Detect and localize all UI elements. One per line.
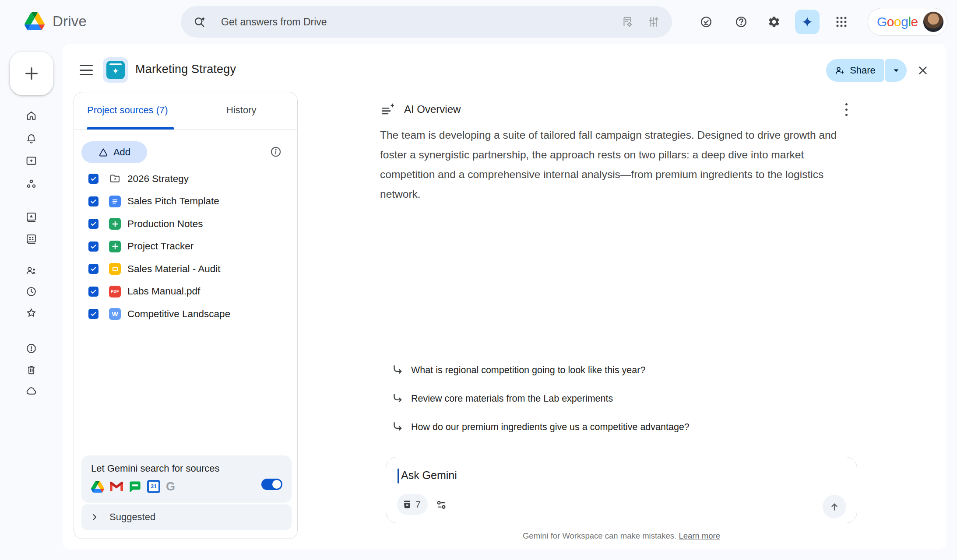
notifications-bell-icon[interactable] — [22, 130, 40, 147]
google-g-icon: G — [166, 480, 175, 493]
storage-cloud-icon[interactable] — [22, 382, 40, 399]
source-row[interactable]: Sales Material - Audit — [74, 258, 297, 280]
drive-mini-icon — [91, 481, 104, 493]
my-drive-icon[interactable] — [22, 208, 40, 226]
suggested-section[interactable]: Suggested — [81, 504, 292, 530]
project-sources-card: Project sources (7) History Add 2026 Str… — [74, 92, 298, 539]
trash-icon[interactable] — [22, 361, 40, 378]
info-icon[interactable] — [268, 144, 284, 160]
left-navigation-rail — [0, 0, 63, 560]
panel-menu-icon[interactable] — [79, 63, 94, 77]
source-row[interactable]: PDF Labs Manual.pdf — [74, 280, 297, 303]
google-wordmark: Google — [877, 14, 918, 29]
project-icon — [103, 57, 128, 83]
top-app-bar: Drive Get answers from Drive — [0, 0, 957, 44]
apps-grid-icon[interactable] — [831, 11, 852, 32]
checkbox-checked[interactable] — [88, 287, 99, 297]
recent-clock-icon[interactable] — [22, 283, 40, 300]
chevron-down-icon — [892, 66, 901, 75]
shared-drives-icon[interactable] — [22, 230, 40, 248]
checkbox-checked[interactable] — [88, 196, 99, 206]
send-button[interactable] — [823, 495, 846, 518]
drive-outline-icon — [98, 147, 109, 158]
google-sheets-icon — [109, 218, 121, 230]
source-row[interactable]: Project Tracker — [74, 235, 297, 258]
gemini-spark-button[interactable] — [795, 10, 820, 34]
checkbox-checked[interactable] — [88, 219, 99, 229]
search-placeholder: Get answers from Drive — [221, 15, 327, 28]
source-row[interactable]: W Competitive Landscape — [74, 303, 297, 326]
search-input[interactable]: Get answers from Drive — [181, 6, 672, 38]
word-doc-icon: W — [109, 308, 121, 320]
subdirectory-arrow-icon — [391, 420, 404, 434]
gemini-project-panel: Marketing Strategy Share Project sources… — [63, 44, 946, 550]
tab-bar: Project sources (7) History — [74, 92, 297, 130]
shared-with-me-icon[interactable] — [22, 262, 40, 279]
approvals-icon[interactable] — [696, 11, 717, 32]
gemini-search-label: Let Gemini search for sources — [91, 463, 219, 474]
workspace-app-icons: 31 G — [91, 480, 175, 493]
checkbox-checked[interactable] — [88, 309, 99, 319]
google-docs-icon — [109, 196, 121, 207]
subdirectory-arrow-icon — [391, 364, 404, 377]
home-icon[interactable] — [22, 107, 40, 124]
share-dropdown-button[interactable] — [885, 59, 907, 82]
ask-gemini-placeholder: Ask Gemini — [401, 469, 457, 482]
spam-icon[interactable] — [22, 340, 40, 357]
search-spark-icon[interactable] — [193, 15, 206, 28]
person-add-icon — [834, 65, 845, 76]
help-icon[interactable] — [731, 11, 752, 32]
subdirectory-arrow-icon — [391, 392, 404, 405]
pdf-icon: PDF — [109, 286, 121, 298]
workflows-icon[interactable] — [22, 175, 40, 192]
source-row[interactable]: 2026 Strategy — [74, 168, 297, 190]
panel-title: Marketing Strategy — [135, 63, 236, 76]
text-caret — [398, 469, 399, 483]
checkbox-checked[interactable] — [88, 242, 99, 252]
source-list: 2026 Strategy Sales Pitch Template Produ… — [74, 168, 297, 326]
avatar[interactable] — [923, 11, 944, 32]
source-row[interactable]: Sales Pitch Template — [74, 190, 297, 213]
search-filters-icon[interactable] — [647, 16, 660, 28]
gemini-search-sources-box: Let Gemini search for sources 31 G — [81, 455, 292, 503]
gemini-search-toggle-on[interactable] — [261, 479, 282, 490]
ask-gemini-input[interactable]: Ask Gemini 7 — [386, 457, 857, 523]
suggestion-item[interactable]: How do our premium ingredients give us a… — [391, 420, 690, 434]
settings-gear-icon[interactable] — [763, 11, 785, 32]
new-button[interactable] — [10, 52, 53, 95]
tab-history[interactable]: History — [226, 105, 256, 116]
sources-box-icon — [402, 500, 412, 509]
chevron-right-icon — [89, 512, 100, 522]
overview-more-menu-icon[interactable] — [837, 101, 855, 118]
share-button[interactable]: Share — [826, 59, 884, 82]
add-source-button[interactable]: Add — [81, 141, 147, 163]
close-icon — [917, 64, 929, 77]
google-slides-icon — [109, 263, 121, 275]
starred-icon[interactable] — [22, 304, 40, 322]
ai-overview-body: The team is developing a suite of tailor… — [380, 125, 850, 204]
suggested-label: Suggested — [109, 511, 155, 523]
gemini-activity-icon[interactable] — [22, 152, 40, 169]
suggestion-item[interactable]: What is regional competition going to lo… — [391, 363, 645, 378]
gmail-icon — [110, 481, 123, 492]
arrow-up-icon — [828, 500, 841, 513]
google-account-pill[interactable]: Google — [868, 8, 947, 36]
google-sheets-icon — [109, 241, 121, 252]
checkbox-checked[interactable] — [88, 174, 99, 184]
search-settings-icon[interactable] — [621, 16, 633, 28]
sources-count-chip[interactable]: 7 — [397, 494, 428, 515]
ai-overview-icon — [380, 102, 397, 119]
prompt-options-icon[interactable] — [435, 499, 447, 511]
active-tab-underline — [87, 127, 174, 130]
ai-overview-title: AI Overview — [404, 103, 461, 116]
tab-project-sources[interactable]: Project sources (7) — [87, 105, 168, 116]
disclaimer: Gemini for Workspace can make mistakes. … — [386, 531, 857, 541]
learn-more-link[interactable]: Learn more — [679, 531, 720, 540]
close-panel-button[interactable] — [914, 61, 932, 80]
source-row[interactable]: Production Notes — [74, 213, 297, 235]
suggestion-item[interactable]: Review core materials from the Lab exper… — [391, 391, 613, 406]
checkbox-checked[interactable] — [88, 264, 99, 274]
chat-icon — [129, 480, 141, 493]
folder-icon — [109, 173, 121, 185]
calendar-icon: 31 — [147, 480, 160, 493]
